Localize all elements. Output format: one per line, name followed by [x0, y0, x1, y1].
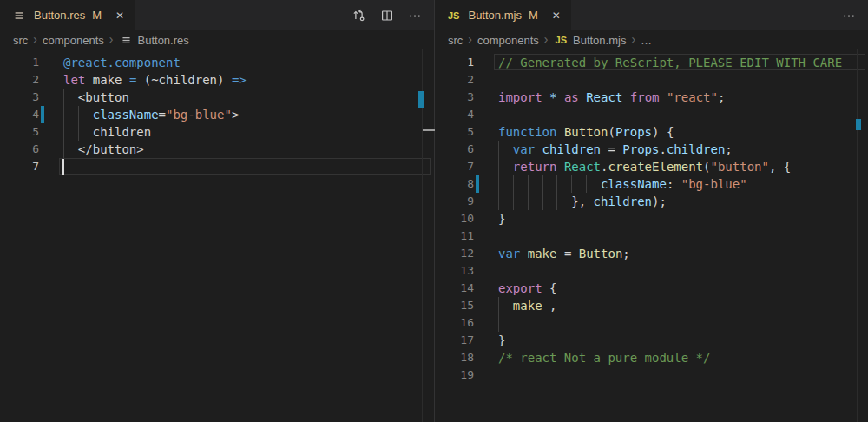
overview-ruler[interactable]	[422, 49, 435, 422]
line-number: 1	[0, 54, 39, 71]
code-line[interactable]: 14export {	[435, 280, 868, 297]
line-number: 5	[435, 123, 474, 141]
code-text: make ,	[498, 297, 556, 314]
tab-label: Button.mjs	[468, 9, 521, 22]
code-line[interactable]: 13	[435, 262, 868, 280]
tab-button-res[interactable]: Button.res M ✕	[0, 0, 135, 30]
tabbar-left: Button.res M ✕	[0, 0, 434, 30]
code-line[interactable]: 16	[435, 314, 868, 332]
line-number: 6	[435, 141, 474, 158]
breadcrumb-item-src[interactable]: src	[13, 34, 28, 47]
line-number: 15	[435, 297, 474, 314]
code-line[interactable]: 7 return React.createElement("button", {	[435, 158, 868, 175]
tab-label: Button.res	[34, 9, 85, 22]
breadcrumb-item-file[interactable]: Button.mjs	[573, 34, 626, 47]
code-line[interactable]: 4	[435, 106, 868, 123]
line-number: 7	[435, 158, 474, 175]
line-number: 7	[0, 158, 39, 175]
code-line[interactable]: 10}	[435, 210, 868, 227]
line-number: 11	[435, 227, 474, 245]
code-line[interactable]: 7	[0, 158, 434, 175]
code-line[interactable]: 12var make = Button;	[435, 245, 868, 262]
code-line[interactable]: 19	[435, 366, 868, 384]
split-editor-icon[interactable]	[379, 8, 394, 23]
line-number: 5	[0, 123, 39, 141]
breadcrumb-item-components[interactable]: components	[477, 34, 539, 47]
close-icon[interactable]: ✕	[114, 10, 126, 22]
line-number: 8	[435, 175, 474, 193]
chevron-right-icon: ›	[468, 32, 472, 46]
code-editor-left[interactable]: 1@react.component2let make = (~children)…	[0, 49, 434, 422]
code-editor-right[interactable]: 1// Generated by ReScript, PLEASE EDIT W…	[435, 49, 868, 422]
modified-gutter-marker[interactable]	[476, 175, 479, 193]
chevron-right-icon: ›	[109, 32, 114, 46]
code-text: function Button(Props) {	[498, 123, 674, 141]
code-line[interactable]: 1// Generated by ReScript, PLEASE EDIT W…	[435, 54, 868, 71]
cursor-overview-marker	[423, 129, 435, 131]
tab-button-mjs[interactable]: JS Button.mjs M ✕	[435, 0, 571, 30]
code-line[interactable]: 9 }, children);	[435, 193, 868, 210]
chevron-right-icon: ›	[544, 32, 549, 46]
code-text: export {	[498, 280, 556, 297]
chevron-right-icon: ›	[33, 32, 37, 46]
modified-overview-marker	[418, 91, 424, 108]
code-text: }, children);	[498, 193, 667, 210]
code-text: var children = Props.children;	[498, 141, 733, 158]
line-number: 18	[435, 349, 474, 366]
line-number: 3	[435, 89, 474, 106]
breadcrumb-item-file[interactable]: Button.res	[138, 34, 189, 47]
line-number: 12	[435, 245, 474, 262]
code-line[interactable]: 18/* react Not a pure module */	[435, 349, 868, 366]
line-number: 14	[435, 280, 474, 297]
code-text: }	[498, 332, 505, 349]
code-line[interactable]: 15 make ,	[435, 297, 868, 314]
code-line[interactable]: 6 </button>	[0, 141, 434, 158]
code-line[interactable]: 2	[435, 71, 868, 89]
breadcrumb-item-symbol[interactable]: …	[641, 34, 652, 47]
chevron-right-icon: ›	[631, 32, 635, 46]
overview-ruler[interactable]	[857, 49, 868, 422]
code-lines: 1// Generated by ReScript, PLEASE EDIT W…	[435, 49, 868, 384]
vscode-editor-group: Button.res M ✕	[0, 0, 868, 422]
code-text: className="bg-blue">	[63, 106, 239, 123]
code-line[interactable]: 2let make = (~children) =>	[0, 71, 434, 89]
code-text: return React.createElement("button", {	[498, 158, 791, 175]
tabbar-right: JS Button.mjs M ✕	[435, 0, 868, 30]
text-cursor	[62, 159, 64, 175]
code-line[interactable]: 4 className="bg-blue">	[0, 106, 434, 123]
line-number: 2	[435, 71, 474, 89]
editor-toolbar-right	[841, 0, 856, 30]
code-line[interactable]: 5function Button(Props) {	[435, 123, 868, 141]
code-text: className: "bg-blue"	[498, 175, 747, 193]
code-text: </button>	[63, 141, 144, 158]
javascript-file-icon: JS	[556, 35, 567, 45]
line-number: 19	[435, 366, 474, 384]
breadcrumb-item-components[interactable]: components	[43, 34, 104, 47]
code-line[interactable]: 3 <button	[0, 89, 434, 106]
code-text: children	[63, 123, 151, 141]
javascript-file-icon: JS	[448, 10, 459, 21]
more-actions-icon[interactable]	[407, 8, 422, 23]
code-line[interactable]: 11	[435, 227, 868, 245]
code-line[interactable]: 6 var children = Props.children;	[435, 141, 868, 158]
open-changes-icon[interactable]	[352, 8, 366, 23]
modified-badge: M	[529, 9, 538, 22]
code-line[interactable]: 17}	[435, 332, 868, 349]
code-line[interactable]: 3import * as React from "react";	[435, 89, 868, 106]
line-number: 2	[0, 71, 39, 89]
line-number: 13	[435, 262, 474, 280]
code-line[interactable]: 8 className: "bg-blue"	[435, 175, 868, 193]
modified-gutter-marker[interactable]	[41, 106, 44, 123]
breadcrumb-item-src[interactable]: src	[448, 34, 463, 47]
rescript-file-icon	[121, 35, 132, 46]
close-icon[interactable]: ✕	[550, 10, 562, 22]
line-number: 17	[435, 332, 474, 349]
editor-pane-right: JS Button.mjs M ✕ src › components › JS …	[434, 0, 868, 422]
line-number: 10	[435, 210, 474, 227]
code-line[interactable]: 1@react.component	[0, 54, 434, 71]
code-line[interactable]: 5 children	[0, 123, 434, 141]
code-lines: 1@react.component2let make = (~children)…	[0, 49, 434, 175]
more-actions-icon[interactable]	[841, 8, 856, 23]
line-number: 4	[435, 106, 474, 123]
code-text: /* react Not a pure module */	[498, 349, 710, 366]
